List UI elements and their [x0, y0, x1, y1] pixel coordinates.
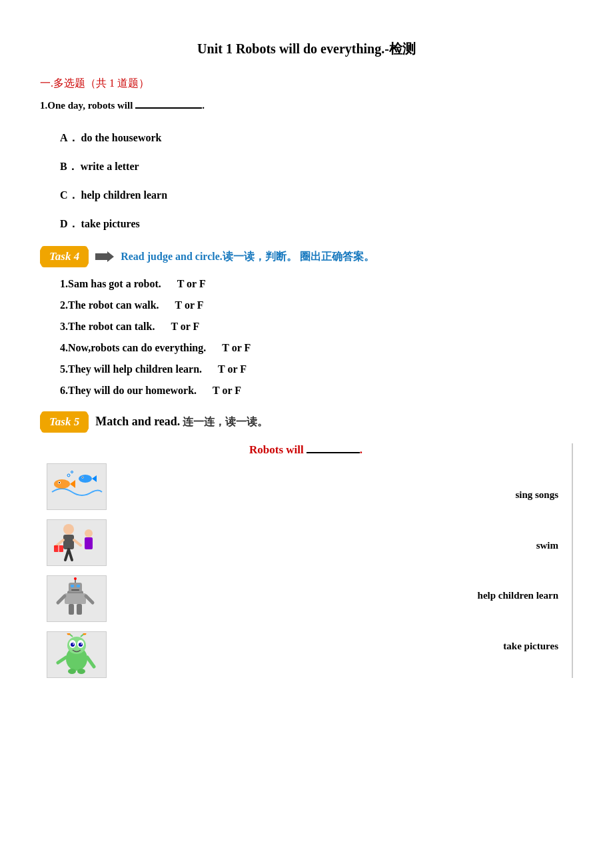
svg-rect-12	[63, 535, 74, 549]
task5-tag: Task 5	[40, 411, 89, 433]
task5-robots-will-label: Robots will.	[40, 443, 572, 457]
svg-point-11	[63, 524, 74, 535]
reader-icon	[49, 521, 105, 565]
options-list: A． do the housework B． write a letter C．…	[60, 131, 573, 231]
svg-line-14	[74, 540, 81, 545]
tf-item-4: 4.Now,robots can do everything. T or F	[60, 342, 573, 354]
task5-words: sing songs swim help children learn take…	[127, 463, 572, 678]
section-header: 一.多选题（共 1 道题）	[40, 77, 573, 91]
page-title: Unit 1 Robots will do everything.-检测	[40, 40, 573, 58]
svg-point-10	[71, 471, 73, 473]
arrow-icon	[95, 251, 114, 263]
option-d: D． take pictures	[60, 217, 573, 231]
svg-rect-32	[77, 604, 82, 615]
task4-instruction: Read judge and circle.读一读，判断。 圈出正确答案。	[121, 250, 374, 264]
svg-point-1	[54, 479, 70, 489]
task5-image-4	[47, 631, 107, 678]
tf-item-2: 2.The robot can walk. T or F	[60, 299, 573, 311]
svg-point-5	[79, 475, 92, 483]
svg-marker-6	[92, 475, 97, 482]
svg-point-39	[73, 643, 74, 645]
task5-word-3: help children learn	[127, 581, 572, 611]
tf-item-5: 5.They will help children learn. T or F	[60, 363, 573, 375]
svg-point-28	[74, 577, 77, 580]
task4-tag: Task 4	[40, 246, 89, 267]
question-1: 1.One day, robots will.	[40, 100, 573, 111]
tf-item-1: 1.Sam has got a robot. T or F	[60, 278, 573, 290]
task5-word-2: swim	[127, 531, 572, 561]
task5-images	[47, 463, 107, 678]
svg-point-37	[71, 643, 75, 647]
svg-line-20	[69, 549, 72, 560]
svg-marker-0	[95, 251, 114, 262]
svg-rect-31	[69, 604, 74, 615]
task5-word-4: take pictures	[127, 631, 572, 661]
svg-line-30	[86, 596, 93, 603]
svg-line-29	[58, 596, 65, 603]
swimmer-icon	[49, 465, 105, 509]
task5-section: Robots will.	[40, 443, 573, 678]
svg-point-48	[77, 669, 85, 674]
svg-point-38	[79, 643, 83, 647]
svg-rect-25	[77, 585, 80, 587]
tf-item-6: 6.They will do our homework. T or F	[60, 385, 573, 397]
svg-line-46	[87, 657, 94, 667]
svg-point-8	[82, 477, 83, 478]
svg-line-45	[58, 657, 66, 663]
option-b: B． write a letter	[60, 160, 573, 174]
option-a: A． do the housework	[60, 131, 573, 145]
task4-banner: Task 4 Read judge and circle.读一读，判断。 圈出正…	[40, 246, 573, 267]
task4-tf-list: 1.Sam has got a robot. T or F 2.The robo…	[60, 278, 573, 397]
svg-point-9	[67, 474, 70, 477]
task5-image-2	[47, 519, 107, 566]
task5-instruction: Match and read. 连一连，读一读。	[95, 415, 268, 429]
task5-content: sing songs swim help children learn take…	[47, 463, 572, 678]
svg-rect-26	[71, 589, 79, 591]
task5-image-1	[47, 463, 107, 510]
task5-image-3	[47, 575, 107, 622]
svg-point-47	[68, 669, 76, 674]
svg-rect-22	[65, 593, 86, 604]
svg-marker-2	[70, 480, 75, 488]
task5-banner: Task 5 Match and read. 连一连，读一读。	[40, 411, 573, 433]
tf-item-3: 3.The robot can talk. T or F	[60, 321, 573, 333]
robot-helper-icon	[49, 577, 105, 621]
svg-point-4	[59, 482, 60, 483]
option-c: C． help children learn	[60, 189, 573, 203]
alien-robot-icon	[49, 633, 105, 677]
task5-word-1: sing songs	[127, 480, 572, 510]
svg-rect-24	[71, 585, 74, 587]
svg-point-40	[81, 643, 82, 645]
svg-rect-18	[85, 537, 93, 549]
svg-point-17	[85, 529, 93, 537]
